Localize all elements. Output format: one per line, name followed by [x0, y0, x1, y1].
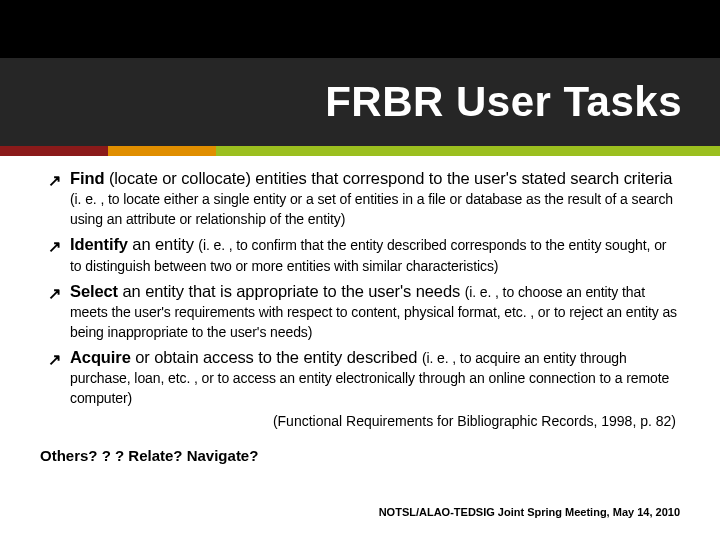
bullet-lead: Acquire — [70, 348, 131, 366]
accent-bar — [0, 146, 720, 156]
bullet-mid: an entity that is appropriate to the use… — [118, 282, 465, 300]
bullet-text: Find (locate or collocate) entities that… — [70, 168, 680, 228]
bullet-arrow-icon: ↗ — [48, 350, 70, 369]
footer-text: NOTSL/ALAO-TEDSIG Joint Spring Meeting, … — [379, 506, 680, 518]
others-line: Others? ? ? Relate? Navigate? — [40, 447, 680, 464]
bullet-item: ↗ Identify an entity (i. e. , to confirm… — [48, 234, 680, 274]
slide-body: ↗ Find (locate or collocate) entities th… — [48, 168, 680, 464]
bullet-paren: (i. e. , to locate either a single entit… — [70, 191, 673, 227]
bullet-mid: or obtain access to the entity described — [131, 348, 422, 366]
bullet-arrow-icon: ↗ — [48, 237, 70, 256]
bullet-item: ↗ Select an entity that is appropriate t… — [48, 281, 680, 341]
slide-title: FRBR User Tasks — [325, 78, 682, 126]
accent-green — [216, 146, 720, 156]
bullet-arrow-icon: ↗ — [48, 284, 70, 303]
bullet-text: Select an entity that is appropriate to … — [70, 281, 680, 341]
bullet-lead: Find — [70, 169, 104, 187]
bullet-item: ↗ Find (locate or collocate) entities th… — [48, 168, 680, 228]
slide: FRBR User Tasks ↗ Find (locate or colloc… — [0, 0, 720, 540]
accent-orange — [108, 146, 216, 156]
accent-red — [0, 146, 108, 156]
bullet-mid: an entity — [128, 235, 198, 253]
top-black-bar — [0, 0, 720, 58]
bullet-item: ↗ Acquire or obtain access to the entity… — [48, 347, 680, 407]
bullet-text: Acquire or obtain access to the entity d… — [70, 347, 680, 407]
bullet-text: Identify an entity (i. e. , to confirm t… — [70, 234, 680, 274]
bullet-lead: Identify — [70, 235, 128, 253]
title-band: FRBR User Tasks — [0, 58, 720, 146]
bullet-mid: (locate or collocate) entities that corr… — [104, 169, 672, 187]
bullet-arrow-icon: ↗ — [48, 171, 70, 190]
citation: (Functional Requirements for Bibliograph… — [48, 413, 680, 429]
bullet-lead: Select — [70, 282, 118, 300]
